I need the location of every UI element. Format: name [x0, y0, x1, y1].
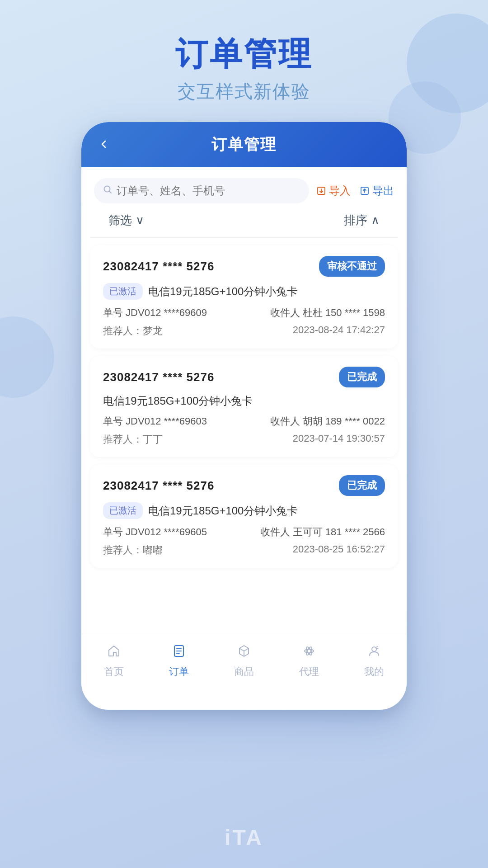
order-meta-row-1: 推荐人：梦龙 2023-08-24 17:42:27	[103, 324, 385, 338]
back-icon	[99, 139, 109, 150]
order-no-1: 单号 JDV012 ****69609	[103, 306, 207, 320]
order-card-3[interactable]: 23082417 **** 5276 已完成 已激活 电信19元185G+100…	[90, 464, 398, 568]
order-number-2: 23082417 **** 5276	[103, 370, 214, 384]
order-meta-row-3: 推荐人：嘟嘟 2023-08-25 16:52:27	[103, 543, 385, 557]
filter-row: 筛选 ∨ 排序 ∧	[81, 203, 407, 237]
status-badge-3: 已完成	[339, 475, 385, 496]
back-button[interactable]	[94, 132, 114, 158]
sort-button[interactable]: 排序 ∧	[344, 212, 380, 228]
import-button[interactable]: 导入	[316, 184, 351, 198]
svg-line-10	[239, 648, 244, 651]
product-row-1: 已激活 电信19元185G+100分钟小兔卡	[103, 283, 385, 300]
nav-label-product: 商品	[234, 665, 254, 679]
order-number-3: 23082417 **** 5276	[103, 479, 214, 493]
search-input[interactable]	[117, 184, 300, 197]
activated-badge-1: 已激活	[103, 283, 143, 300]
nav-label-order: 订单	[169, 665, 189, 679]
nav-item-product[interactable]: 商品	[226, 643, 262, 679]
product-row-3: 已激活 电信19元185G+100分钟小兔卡	[103, 502, 385, 519]
svg-point-11	[305, 649, 314, 653]
action-buttons: 导入 导出	[316, 184, 394, 198]
phone-mockup: 订单管理 导入	[81, 122, 407, 710]
order-no-3: 单号 JDV012 ****69605	[103, 525, 207, 539]
page-subtitle: 交互样式新体验	[0, 79, 488, 104]
referrer-3: 推荐人：嘟嘟	[103, 543, 163, 557]
datetime-3: 2023-08-25 16:52:27	[293, 543, 385, 557]
home-icon	[107, 643, 121, 662]
import-icon	[316, 186, 326, 196]
export-button[interactable]: 导出	[360, 184, 394, 198]
agent-icon	[302, 643, 316, 662]
nav-item-agent[interactable]: 代理	[291, 643, 327, 679]
order-number-1: 23082417 **** 5276	[103, 259, 214, 274]
filter-button[interactable]: 筛选 ∨	[108, 212, 144, 228]
product-icon	[237, 643, 251, 662]
product-name-1: 电信19元185G+100分钟小兔卡	[148, 284, 298, 299]
product-row-2: 电信19元185G+100分钟小兔卡	[103, 394, 385, 408]
svg-line-1	[109, 191, 111, 193]
order-detail-row-1: 单号 JDV012 ****69609 收件人 杜杜 150 **** 1598	[103, 306, 385, 320]
order-card-2[interactable]: 23082417 **** 5276 已完成 电信19元185G+100分钟小兔…	[90, 356, 398, 457]
page-title: 订单管理	[0, 36, 488, 72]
order-detail-row-2: 单号 JDV012 ****69603 收件人 胡胡 189 **** 0022	[103, 415, 385, 428]
order-header-1: 23082417 **** 5276 审核不通过	[103, 256, 385, 277]
datetime-1: 2023-08-24 17:42:27	[293, 324, 385, 338]
ita-text: iTA	[225, 825, 263, 850]
recipient-2: 收件人 胡胡 189 **** 0022	[270, 415, 385, 428]
order-header-2: 23082417 **** 5276 已完成	[103, 367, 385, 387]
nav-label-agent: 代理	[299, 665, 319, 679]
nav-label-mine: 我的	[364, 665, 384, 679]
order-list: 23082417 **** 5276 审核不通过 已激活 电信19元185G+1…	[81, 238, 407, 629]
status-badge-1: 审核不通过	[319, 256, 385, 277]
product-name-2: 电信19元185G+100分钟小兔卡	[103, 394, 253, 408]
app-header-title: 订单管理	[211, 134, 277, 155]
svg-line-9	[244, 648, 249, 651]
bg-circle-3	[0, 316, 54, 398]
referrer-2: 推荐人：丁丁	[103, 433, 163, 446]
recipient-1: 收件人 杜杜 150 **** 1598	[270, 306, 385, 320]
order-icon	[172, 643, 186, 662]
order-header-3: 23082417 **** 5276 已完成	[103, 475, 385, 496]
order-no-2: 单号 JDV012 ****69603	[103, 415, 207, 428]
datetime-2: 2023-07-14 19:30:57	[293, 433, 385, 446]
search-input-wrap	[94, 178, 309, 203]
order-detail-row-3: 单号 JDV012 ****69605 收件人 王可可 181 **** 256…	[103, 525, 385, 539]
nav-item-mine[interactable]: 我的	[356, 643, 392, 679]
app-header: 订单管理	[81, 122, 407, 167]
export-icon	[360, 186, 370, 196]
recipient-3: 收件人 王可可 181 **** 2566	[260, 525, 385, 539]
nav-item-home[interactable]: 首页	[96, 643, 132, 679]
product-name-3: 电信19元185G+100分钟小兔卡	[148, 504, 298, 518]
search-area: 导入 导出	[81, 167, 407, 203]
mine-icon	[367, 643, 381, 662]
nav-label-home: 首页	[104, 665, 124, 679]
bottom-nav: 首页 订单 商品	[81, 634, 407, 691]
order-card-1[interactable]: 23082417 **** 5276 审核不通过 已激活 电信19元185G+1…	[90, 245, 398, 349]
search-icon	[103, 185, 112, 197]
order-meta-row-2: 推荐人：丁丁 2023-07-14 19:30:57	[103, 433, 385, 446]
status-badge-2: 已完成	[339, 367, 385, 387]
nav-item-order[interactable]: 订单	[161, 643, 197, 679]
activated-badge-3: 已激活	[103, 502, 143, 519]
referrer-1: 推荐人：梦龙	[103, 324, 163, 338]
page-header: 订单管理 交互样式新体验	[0, 0, 488, 122]
